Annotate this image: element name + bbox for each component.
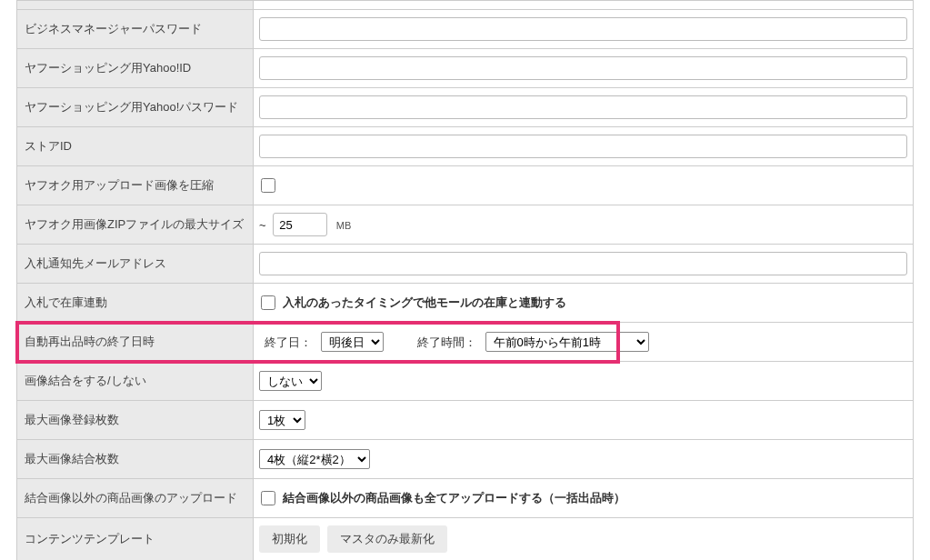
table-row: 最大画像結合枚数 4枚（縦2*横2） bbox=[17, 440, 914, 479]
table-row: 入札で在庫連動 入札のあったタイミングで他モールの在庫と連動する bbox=[17, 284, 914, 323]
table-row: ビジネスマネージャーパスワード bbox=[17, 10, 914, 49]
label-compress-image: ヤフオク用アップロード画像を圧縮 bbox=[17, 166, 254, 205]
table-row-highlighted: 自動再出品時の終了日時 終了日： 明後日 終了時間： 午前0時から午前1時 bbox=[17, 323, 914, 362]
label-yahoo-id: ヤフーショッピング用Yahoo!ID bbox=[17, 49, 254, 88]
image-merge-select[interactable]: しない bbox=[259, 371, 322, 391]
table-row: ヤフオク用アップロード画像を圧縮 bbox=[17, 166, 914, 205]
yahoo-password-input[interactable] bbox=[259, 95, 907, 119]
compress-image-checkbox[interactable] bbox=[261, 178, 275, 193]
end-date-label: 終了日： bbox=[265, 335, 312, 349]
store-id-input[interactable] bbox=[259, 135, 907, 158]
label-image-merge: 画像結合をする/しない bbox=[17, 362, 254, 401]
table-row: 最大画像登録枚数 1枚 bbox=[17, 401, 914, 440]
bm-password-input[interactable] bbox=[259, 17, 907, 41]
label-max-merge-count: 最大画像結合枚数 bbox=[17, 440, 254, 479]
init-button[interactable]: 初期化 bbox=[259, 525, 320, 553]
table-row: コンテンツテンプレート 初期化 マスタのみ最新化 bbox=[17, 518, 914, 561]
label-store-id: ストアID bbox=[17, 127, 254, 166]
table-row: 結合画像以外の商品画像のアップロード 結合画像以外の商品画像も全てアップロードす… bbox=[17, 479, 914, 518]
label-bid-notify-email: 入札通知先メールアドレス bbox=[17, 245, 254, 284]
label-upload-non-merged: 結合画像以外の商品画像のアップロード bbox=[17, 479, 254, 518]
max-image-count-select[interactable]: 1枚 bbox=[259, 410, 305, 430]
table-row: ストアID bbox=[17, 127, 914, 166]
label-auto-relist-end: 自動再出品時の終了日時 bbox=[17, 323, 254, 362]
table-row: 画像結合をする/しない しない bbox=[17, 362, 914, 401]
end-time-label: 終了時間： bbox=[417, 335, 476, 349]
tilde-text: ~ bbox=[259, 218, 266, 232]
label-yahoo-password: ヤフーショッピング用Yahoo!パスワード bbox=[17, 88, 254, 127]
label-bm-password: ビジネスマネージャーパスワード bbox=[17, 10, 254, 49]
yahoo-id-input[interactable] bbox=[259, 56, 907, 80]
bid-notify-email-input[interactable] bbox=[259, 252, 907, 275]
label-content-template: コンテンツテンプレート bbox=[17, 518, 254, 561]
end-date-select[interactable]: 明後日 bbox=[321, 332, 384, 352]
upload-non-merged-checkbox[interactable] bbox=[261, 491, 275, 505]
zip-max-size-input[interactable] bbox=[273, 213, 327, 236]
label-max-image-count: 最大画像登録枚数 bbox=[17, 401, 254, 440]
update-master-button[interactable]: マスタのみ最新化 bbox=[327, 525, 447, 553]
end-time-select[interactable]: 午前0時から午前1時 bbox=[485, 332, 649, 352]
table-row: ヤフーショッピング用Yahoo!パスワード bbox=[17, 88, 914, 127]
label-bid-stock-link: 入札で在庫連動 bbox=[17, 284, 254, 323]
upload-non-merged-text: 結合画像以外の商品画像も全てアップロードする（一括出品時） bbox=[283, 491, 625, 505]
max-merge-count-select[interactable]: 4枚（縦2*横2） bbox=[259, 449, 370, 469]
value-cell-stub bbox=[254, 1, 914, 10]
label-zip-max-size: ヤフオク用画像ZIPファイルの最大サイズ bbox=[17, 205, 254, 245]
label-cell-stub bbox=[17, 1, 254, 10]
bid-stock-link-checkbox[interactable] bbox=[261, 295, 275, 310]
bid-stock-link-text: 入札のあったタイミングで他モールの在庫と連動する bbox=[283, 295, 566, 309]
table-row: ヤフオク用画像ZIPファイルの最大サイズ ~ MB bbox=[17, 205, 914, 245]
settings-table: ビジネスマネージャーパスワード ヤフーショッピング用Yahoo!ID ヤフーショ… bbox=[16, 0, 914, 560]
table-row: 入札通知先メールアドレス bbox=[17, 245, 914, 284]
table-row: ヤフーショッピング用Yahoo!ID bbox=[17, 49, 914, 88]
zip-max-size-unit: MB bbox=[336, 220, 352, 231]
table-row bbox=[17, 1, 914, 10]
